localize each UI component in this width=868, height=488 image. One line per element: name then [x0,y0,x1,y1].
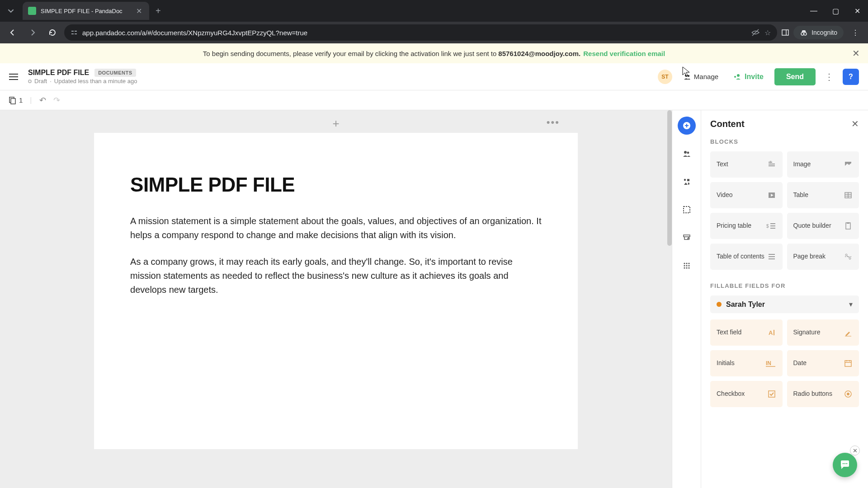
content-rail-button[interactable] [678,117,696,135]
svg-point-26 [684,265,685,266]
close-window-button[interactable]: ✕ [846,2,868,20]
address-bar[interactable]: app.pandadoc.com/a/#/documents/XNpzmyuRG… [64,24,777,41]
browser-tab[interactable]: SIMPLE PDF FILE - PandaDoc ✕ [23,2,149,20]
help-button[interactable]: ? [843,69,859,85]
document-type-badge: DOCUMENTS [94,69,136,77]
block-table[interactable]: Table [787,182,859,208]
forward-button[interactable] [24,24,41,41]
resend-verification-link[interactable]: Resend verification email [583,50,665,57]
recipients-rail-button[interactable] [678,145,696,163]
svg-rect-19 [684,206,690,213]
chat-widget-close[interactable]: ✕ [850,446,860,455]
page-menu-icon[interactable]: ••• [547,117,560,128]
window-controls: — ▢ ✕ [803,2,868,20]
tab-title: SIMPLE PDF FILE - PandaDoc [41,8,134,14]
redo-button[interactable]: ↷ [53,95,60,105]
page-indicator[interactable]: 1 [8,96,23,104]
fields-grid: Text fieldA Signature InitialsIN Date Ch… [710,319,859,407]
table-block-icon [844,191,853,200]
checkbox-field-icon [767,389,776,399]
date-field-icon [844,359,853,368]
design-rail-button[interactable] [678,201,696,219]
apps-rail-button[interactable] [678,257,696,275]
svg-text:A: A [769,329,773,336]
svg-rect-1 [75,31,77,32]
svg-line-4 [752,29,759,36]
svg-point-31 [688,267,689,268]
quote-block-icon [844,221,853,230]
right-rail: $ [672,110,701,488]
field-date[interactable]: Date [787,350,859,376]
image-block-icon [844,160,853,169]
block-toc[interactable]: Table of contents [710,244,783,270]
block-image[interactable]: Image [787,151,859,178]
svg-rect-61 [769,391,775,397]
field-signature[interactable]: Signature [787,319,859,346]
send-button[interactable]: Send [774,68,816,85]
block-video[interactable]: Video [710,182,783,208]
document-page[interactable]: SIMPLE PDF FILE A mission statement is a… [94,133,578,449]
new-tab-button[interactable]: + [156,6,161,16]
header-more-icon[interactable]: ⋮ [822,71,836,82]
settings-rail-button[interactable]: $ [678,229,696,247]
block-page-break[interactable]: Page break [787,244,859,270]
minimize-button[interactable]: — [803,2,825,20]
svg-text:$: $ [766,224,769,229]
video-block-icon [767,191,776,200]
svg-point-25 [688,263,689,264]
document-paragraph-1[interactable]: A mission statement is a simple statemen… [130,214,542,242]
banner-text: To begin sending documents, please verif… [203,50,497,57]
variables-rail-button[interactable] [678,173,696,191]
person-add-icon [734,73,742,81]
invite-button[interactable]: Invite [729,70,768,84]
banner-close-icon[interactable]: ✕ [852,48,860,59]
incognito-indicator[interactable]: Incognito [793,26,844,39]
site-settings-icon[interactable] [71,29,78,36]
url-text: app.pandadoc.com/a/#/documents/XNpzmyuRG… [82,29,746,37]
chat-widget-button[interactable] [833,453,857,477]
document-heading[interactable]: SIMPLE PDF FILE [130,174,542,196]
svg-point-17 [684,179,685,181]
add-block-icon[interactable]: + [332,117,339,131]
signature-field-icon [844,328,853,337]
pandadoc-favicon [28,7,36,15]
signer-color-dot [717,302,722,307]
pandadoc-app: To begin sending documents, please verif… [0,43,868,488]
svg-rect-18 [687,179,689,181]
field-initials[interactable]: InitialsIN [710,350,783,376]
block-quote-builder[interactable]: Quote builder [787,213,859,239]
browser-menu-button[interactable]: ⋮ [847,28,863,37]
svg-point-27 [686,265,687,266]
panel-close-icon[interactable]: ✕ [851,118,859,129]
undo-button[interactable]: ↶ [39,95,46,105]
manage-recipients-button[interactable]: Manage [679,70,723,84]
field-checkbox[interactable]: Checkbox [710,381,783,407]
signer-selector[interactable]: Sarah Tyler ▾ [710,296,859,313]
block-pricing-table[interactable]: Pricing table$ [710,213,783,239]
block-text[interactable]: TextT [710,151,783,178]
svg-point-7 [801,33,804,35]
incognito-label: Incognito [811,29,837,36]
svg-text:IN: IN [766,360,771,366]
eye-off-icon[interactable] [751,28,760,37]
tab-search-dropdown[interactable] [3,3,19,19]
initials-field-icon: IN [765,359,776,368]
maximize-button[interactable]: ▢ [825,2,846,20]
reload-button[interactable] [44,24,61,41]
canvas[interactable]: + ••• SIMPLE PDF FILE A mission statemen… [0,110,672,488]
tab-close-icon[interactable]: ✕ [134,7,144,15]
field-text[interactable]: Text fieldA [710,319,783,346]
back-button[interactable] [5,24,21,41]
document-paragraph-2[interactable]: As a company grows, it may reach its ear… [130,255,542,297]
field-radio[interactable]: Radio buttons [787,381,859,407]
document-title[interactable]: SIMPLE PDF FILE [28,69,89,77]
canvas-scrollbar[interactable] [667,110,672,488]
svg-rect-3 [75,33,77,34]
side-panel-icon[interactable] [781,28,790,37]
bookmark-star-icon[interactable]: ☆ [764,28,771,37]
svg-point-16 [687,152,689,154]
menu-hamburger-icon[interactable] [9,72,18,82]
svg-point-66 [846,463,848,465]
user-avatar[interactable]: ST [658,70,672,84]
svg-text:T: T [769,160,772,164]
